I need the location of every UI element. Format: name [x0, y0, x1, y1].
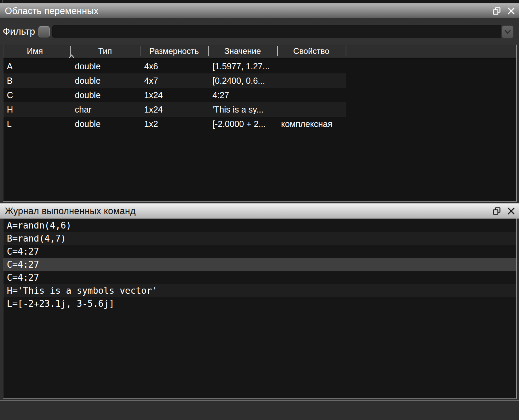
- restore-icon: [492, 207, 501, 215]
- column-separator: [208, 46, 209, 56]
- chevron-down-icon: [504, 30, 511, 34]
- table-row[interactable]: Hchar1x24'This is a sy...: [3, 102, 516, 117]
- scilab-docked-window: Область переменных Фильтр Имя: [0, 0, 519, 420]
- cell-size: 1x24: [144, 88, 163, 102]
- column-header-type[interactable]: Тип: [70, 45, 140, 58]
- history-panel-title: Журнал выполненных команд: [5, 206, 136, 217]
- close-icon: [507, 7, 515, 15]
- cell-name: H: [7, 102, 13, 117]
- filter-label: Фильтр: [3, 18, 35, 45]
- filter-input[interactable]: [52, 25, 501, 38]
- cell-type: double: [75, 88, 101, 102]
- column-separator: [277, 46, 278, 56]
- column-header-property[interactable]: Свойство: [277, 45, 346, 58]
- cell-value: 4:27: [212, 88, 229, 102]
- cell-size: 1x24: [144, 102, 163, 117]
- variables-table-header: Имя Тип Размерность Значение Свойство: [3, 45, 516, 59]
- cell-type: double: [75, 59, 101, 73]
- filter-dropdown-button[interactable]: [502, 25, 514, 38]
- cell-value: [-2.0000 + 2...: [212, 117, 266, 131]
- cell-size: 1x2: [144, 117, 158, 131]
- upper-panel-remnant: [0, 0, 519, 3]
- history-item[interactable]: H='This is a symbols vector': [3, 284, 516, 297]
- column-header-size[interactable]: Размерность: [140, 45, 208, 58]
- cell-prop: комплексная: [281, 117, 332, 131]
- close-button[interactable]: [506, 206, 516, 216]
- cell-value: 'This is a sy...: [212, 102, 264, 117]
- cell-name: B: [7, 73, 13, 88]
- column-header-name[interactable]: Имя: [3, 45, 66, 58]
- undock-button[interactable]: [492, 6, 502, 16]
- cell-type: double: [75, 73, 101, 88]
- table-row[interactable]: Cdouble1x244:27: [3, 88, 516, 102]
- cell-size: 4x6: [144, 59, 158, 73]
- cell-value: [1.5977, 1.27...: [212, 59, 270, 73]
- table-row[interactable]: Ldouble1x2[-2.0000 + 2...комплексная: [3, 117, 516, 131]
- history-item[interactable]: C=4:27: [3, 258, 516, 271]
- variables-table-body: Adouble4x6[1.5977, 1.27...Bdouble4x7[0.2…: [3, 59, 516, 131]
- history-item[interactable]: B=rand(4,7): [3, 232, 516, 245]
- column-separator: [70, 46, 71, 56]
- filter-checkbox[interactable]: [38, 26, 50, 37]
- column-separator: [346, 46, 346, 56]
- history-item[interactable]: L=[-2+23.1j, 3-5.6j]: [3, 297, 516, 310]
- cell-name: C: [7, 88, 13, 102]
- cell-value: [0.2400, 0.6...: [212, 73, 265, 88]
- variables-panel-title: Область переменных: [5, 6, 99, 16]
- variables-panel-titlebar[interactable]: Область переменных: [0, 3, 519, 19]
- close-button[interactable]: [506, 6, 516, 16]
- column-header-value[interactable]: Значение: [208, 45, 277, 58]
- history-item[interactable]: C=4:27: [3, 245, 516, 258]
- restore-icon: [492, 7, 501, 15]
- splitter-line[interactable]: [0, 400, 519, 401]
- cell-size: 4x7: [144, 73, 158, 88]
- cell-name: A: [7, 59, 13, 73]
- filter-row: Фильтр: [0, 18, 519, 45]
- history-panel: A=randn(4,6)B=rand(4,7)C=4:27C=4:27C=4:2…: [3, 219, 517, 399]
- close-icon: [507, 207, 515, 215]
- column-separator: [140, 46, 140, 56]
- variables-table: Имя Тип Размерность Значение Свойство Ad…: [3, 45, 517, 202]
- cell-type: double: [75, 117, 101, 131]
- table-row[interactable]: Bdouble4x7[0.2400, 0.6...: [3, 73, 516, 88]
- history-list: A=randn(4,6)B=rand(4,7)C=4:27C=4:27C=4:2…: [3, 219, 516, 310]
- history-item[interactable]: A=randn(4,6): [3, 219, 516, 232]
- table-row[interactable]: Adouble4x6[1.5977, 1.27...: [3, 59, 516, 73]
- undock-button[interactable]: [492, 206, 502, 216]
- cell-type: char: [75, 102, 92, 117]
- history-item[interactable]: C=4:27: [3, 271, 516, 284]
- history-panel-titlebar[interactable]: Журнал выполненных команд: [0, 203, 519, 219]
- cell-name: L: [7, 117, 12, 131]
